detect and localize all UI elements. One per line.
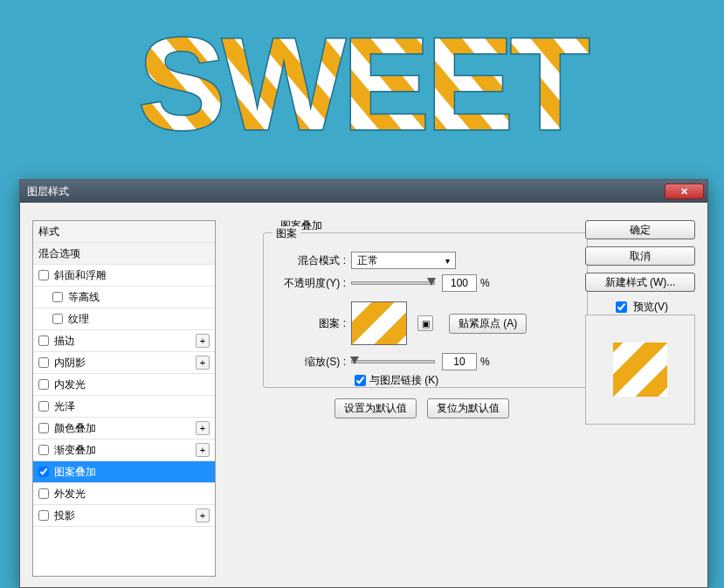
style-label: 光泽 xyxy=(54,399,210,414)
make-default-button[interactable]: 设置为默认值 xyxy=(334,398,417,419)
close-button[interactable]: ✕ xyxy=(665,183,704,199)
link-with-layer-label: 与图层链接 (K) xyxy=(369,373,438,388)
styles-list: 样式 混合选项 斜面和浮雕 等高线 纹理 描边 + xyxy=(32,220,216,577)
style-row-dropshadow[interactable]: 投影 + xyxy=(33,505,215,527)
preview-swatch xyxy=(613,342,667,397)
style-label: 颜色叠加 xyxy=(54,421,196,436)
style-label: 外发光 xyxy=(54,487,210,502)
slider-thumb-icon[interactable] xyxy=(350,356,359,364)
style-check-dropshadow[interactable] xyxy=(38,510,49,521)
style-row-stroke[interactable]: 描边 + xyxy=(33,330,215,352)
pattern-label: 图案 : xyxy=(278,316,346,331)
style-row-coloroverlay[interactable]: 颜色叠加 + xyxy=(33,418,215,439)
cancel-button[interactable]: 取消 xyxy=(585,246,695,266)
add-effect-icon[interactable]: + xyxy=(196,421,210,435)
add-effect-icon[interactable]: + xyxy=(196,508,210,522)
style-row-innerglow[interactable]: 内发光 xyxy=(33,374,215,396)
style-row-bevel[interactable]: 斜面和浮雕 xyxy=(33,265,215,287)
style-label: 纹理 xyxy=(68,312,210,327)
document-text-sweet: SWEET xyxy=(108,24,617,156)
style-check-stroke[interactable] xyxy=(38,336,49,346)
style-check-satin[interactable] xyxy=(38,401,49,412)
style-check-contour[interactable] xyxy=(52,292,63,302)
chevron-updown-icon: ▾ xyxy=(445,256,450,266)
style-label: 投影 xyxy=(54,508,196,523)
style-check-coloroverlay[interactable] xyxy=(38,423,49,433)
pattern-picker[interactable] xyxy=(351,301,407,345)
style-row-innershadow[interactable]: 内阴影 + xyxy=(33,352,215,374)
style-row-satin[interactable]: 光泽 xyxy=(33,396,215,418)
style-check-innerglow[interactable] xyxy=(38,379,49,390)
style-row-outerglow[interactable]: 外发光 xyxy=(33,483,215,505)
style-label: 斜面和浮雕 xyxy=(54,268,210,283)
link-with-layer-checkbox[interactable] xyxy=(355,375,366,386)
layer-style-dialog: 图层样式 ✕ 样式 混合选项 斜面和浮雕 等高线 纹理 xyxy=(19,179,708,588)
style-row-contour[interactable]: 等高线 xyxy=(33,287,215,308)
style-check-bevel[interactable] xyxy=(38,270,49,280)
style-check-innershadow[interactable] xyxy=(38,357,49,368)
style-label: 描边 xyxy=(54,334,196,349)
style-row-texture[interactable]: 纹理 xyxy=(33,308,215,330)
blend-options-label: 混合选项 xyxy=(38,246,210,261)
style-row-patternoverlay[interactable]: 图案叠加 xyxy=(33,461,215,483)
reset-default-button[interactable]: 复位为默认值 xyxy=(427,398,509,419)
scale-input[interactable]: 10 xyxy=(442,353,477,370)
pattern-groupbox: 图案 混合模式 : 正常 ▾ 不透明度(Y) : 100 % 图案 : xyxy=(263,232,588,388)
add-effect-icon[interactable]: + xyxy=(196,443,210,457)
snap-origin-button[interactable]: 贴紧原点 (A) xyxy=(449,314,527,334)
document-canvas: SWEET xyxy=(0,0,724,179)
style-label: 内阴影 xyxy=(54,356,196,370)
preview-checkbox[interactable] xyxy=(616,301,627,313)
style-check-texture[interactable] xyxy=(52,314,63,324)
new-style-button[interactable]: 新建样式 (W)... xyxy=(585,273,695,292)
style-label: 内发光 xyxy=(54,377,210,392)
style-label: 渐变叠加 xyxy=(54,443,196,458)
style-check-patternoverlay[interactable] xyxy=(38,467,49,477)
percent-unit: % xyxy=(480,356,490,368)
style-check-outerglow[interactable] xyxy=(38,488,49,499)
opacity-input[interactable]: 100 xyxy=(442,274,477,292)
scale-slider[interactable] xyxy=(351,360,435,363)
style-check-gradientoverlay[interactable] xyxy=(38,445,49,455)
dialog-title: 图层样式 xyxy=(27,184,69,199)
blend-options-row[interactable]: 混合选项 xyxy=(33,243,215,265)
blend-mode-value: 正常 xyxy=(357,253,378,268)
style-row-gradientoverlay[interactable]: 渐变叠加 + xyxy=(33,439,215,461)
groupbox-title: 图案 xyxy=(272,226,300,241)
scale-label: 缩放(S) : xyxy=(278,355,346,370)
styles-header-label: 样式 xyxy=(38,225,210,239)
style-label: 图案叠加 xyxy=(54,465,210,480)
close-icon: ✕ xyxy=(680,186,688,197)
ok-button[interactable]: 确定 xyxy=(585,220,695,239)
add-effect-icon[interactable]: + xyxy=(196,356,210,370)
preview-panel xyxy=(585,315,695,425)
svg-text:SWEET: SWEET xyxy=(138,24,590,156)
opacity-slider[interactable] xyxy=(351,281,435,285)
dialog-titlebar[interactable]: 图层样式 ✕ xyxy=(20,180,707,203)
blend-mode-select[interactable]: 正常 ▾ xyxy=(351,252,456,269)
percent-unit: % xyxy=(480,277,490,289)
opacity-label: 不透明度(Y) : xyxy=(278,276,346,291)
new-doc-icon: ▣ xyxy=(422,319,430,329)
create-pattern-button[interactable]: ▣ xyxy=(417,315,433,331)
style-label: 等高线 xyxy=(68,290,210,305)
preview-label: 预览(V) xyxy=(633,300,668,315)
blend-mode-label: 混合模式 : xyxy=(278,253,346,268)
styles-header-row[interactable]: 样式 xyxy=(33,221,215,243)
slider-thumb-icon[interactable] xyxy=(427,278,436,286)
add-effect-icon[interactable]: + xyxy=(196,334,210,348)
